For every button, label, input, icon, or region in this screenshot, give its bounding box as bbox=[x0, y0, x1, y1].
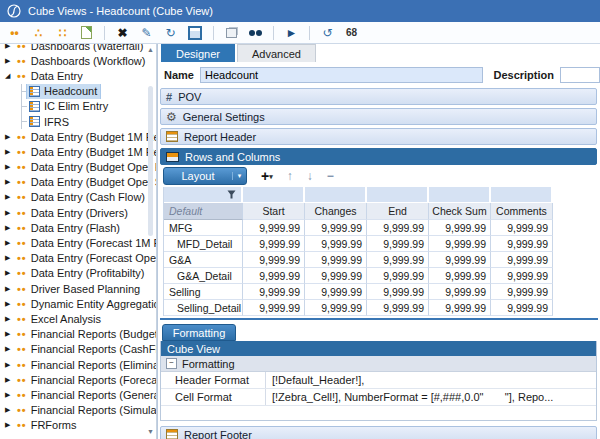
filter-cell[interactable] bbox=[164, 187, 243, 203]
property-row-cell-format[interactable]: Cell Format [!Zebra_Cell!], NumberFormat… bbox=[161, 389, 596, 406]
grid-cell[interactable]: 9,999.99 bbox=[243, 284, 305, 300]
tab-advanced[interactable]: Advanced bbox=[237, 44, 316, 62]
navigate-icon[interactable]: ► bbox=[285, 26, 298, 40]
sidebar-item-profitability[interactable]: Data Entry (Profitabilty) bbox=[0, 266, 156, 281]
table-row[interactable]: MFD_Detail 9,999.99 9,999.99 9,999.99 9,… bbox=[164, 236, 553, 252]
grid-cell[interactable]: 9,999.99 bbox=[243, 236, 305, 252]
description-input[interactable] bbox=[560, 67, 600, 83]
grid-cell[interactable]: 9,999.99 bbox=[305, 268, 367, 284]
move-down-button[interactable]: ↓ bbox=[307, 169, 313, 183]
sidebar-item-budget-oper-exp[interactable]: Data Entry (Budget Oper Exp bbox=[0, 160, 156, 175]
grid-cell[interactable]: 9,999.99 bbox=[243, 252, 305, 268]
expand-icon[interactable] bbox=[5, 330, 17, 338]
expand-icon[interactable] bbox=[5, 315, 17, 323]
expand-icon[interactable] bbox=[5, 133, 17, 141]
grid-cell[interactable]: 9,999.99 bbox=[491, 236, 553, 252]
expand-icon[interactable] bbox=[5, 224, 17, 232]
formatting-tab-button[interactable]: Formatting bbox=[162, 324, 236, 341]
tab-designer[interactable]: Designer bbox=[161, 44, 235, 62]
sidebar-item-data-entry[interactable]: Data Entry bbox=[0, 68, 156, 83]
hierarchy-icon[interactable]: ∴ bbox=[32, 26, 45, 40]
grid-cell[interactable]: 9,999.99 bbox=[491, 252, 553, 268]
sidebar-item-fin-reports-general[interactable]: Financial Reports (General) bbox=[0, 387, 156, 402]
sidebar-item-headcount[interactable]: Headcount bbox=[0, 84, 156, 99]
sync-icon[interactable]: ↺ bbox=[321, 26, 334, 40]
sidebar-item-dashboards-waterfall[interactable]: Dashboards (Waterfall) bbox=[0, 44, 156, 53]
grid-cell[interactable]: 9,999.99 bbox=[429, 284, 491, 300]
table-row[interactable]: Selling_Detail 9,999.99 9,999.99 9,999.9… bbox=[164, 300, 553, 316]
expand-icon[interactable] bbox=[5, 361, 17, 369]
add-dropdown-icon[interactable]: ▾ bbox=[269, 173, 273, 180]
expand-icon[interactable] bbox=[5, 254, 17, 262]
add-row-button[interactable]: +▾ bbox=[261, 168, 273, 184]
sidebar-item-fin-reports-forecast[interactable]: Financial Reports (Forecast) bbox=[0, 372, 156, 387]
grid-cell[interactable]: 9,999.99 bbox=[367, 252, 429, 268]
expand-icon[interactable] bbox=[5, 345, 17, 353]
save-icon[interactable] bbox=[188, 26, 202, 40]
grid-dots-icon[interactable]: ∷ bbox=[56, 26, 69, 40]
filter-cell[interactable] bbox=[491, 187, 553, 203]
row-label[interactable]: MFD_Detail bbox=[164, 236, 243, 252]
grid-cell[interactable]: 9,999.99 bbox=[491, 284, 553, 300]
column-header-start[interactable]: Start bbox=[243, 203, 305, 220]
sidebar-item-budget-1m-rev-2[interactable]: Data Entry (Budget 1M Rev C bbox=[0, 144, 156, 159]
expand-icon[interactable] bbox=[5, 285, 17, 293]
sidebar-item-forecast-oper-ex[interactable]: Data Entry (Forecast Oper Ex bbox=[0, 251, 156, 266]
row-label[interactable]: G&A bbox=[164, 252, 243, 268]
section-rows-and-columns[interactable]: Rows and Columns bbox=[160, 148, 597, 165]
property-value[interactable]: [!Default_Header!], bbox=[266, 372, 596, 388]
table-row[interactable]: G&A 9,999.99 9,999.99 9,999.99 9,999.99 … bbox=[164, 252, 553, 268]
expand-icon[interactable] bbox=[5, 178, 17, 186]
table-row[interactable]: Selling 9,999.99 9,999.99 9,999.99 9,999… bbox=[164, 284, 553, 300]
column-header-check-sum[interactable]: Check Sum bbox=[429, 203, 491, 220]
column-header-end[interactable]: End bbox=[367, 203, 429, 220]
section-report-footer[interactable]: Report Footer bbox=[160, 426, 597, 439]
sidebar-item-fin-reports-elimination[interactable]: Financial Reports (Eliminatio bbox=[0, 357, 156, 372]
grid-cell[interactable]: 9,999.99 bbox=[367, 236, 429, 252]
filter-icon[interactable] bbox=[227, 190, 236, 199]
new-item-icon[interactable] bbox=[80, 26, 93, 40]
grid-cell[interactable]: 9,999.99 bbox=[491, 268, 553, 284]
scroll-up-icon[interactable]: ▲ bbox=[147, 46, 154, 53]
expand-icon[interactable] bbox=[5, 239, 17, 247]
grid-cell[interactable]: 9,999.99 bbox=[243, 300, 305, 316]
sidebar-item-frforms[interactable]: FRForms bbox=[0, 418, 156, 433]
expand-icon[interactable] bbox=[5, 269, 17, 277]
sidebar-item-drivers[interactable]: Data Entry (Drivers) bbox=[0, 205, 156, 220]
grid-cell[interactable]: 9,999.99 bbox=[305, 284, 367, 300]
expand-icon[interactable] bbox=[5, 148, 17, 156]
grid-cell[interactable]: 9,999.99 bbox=[243, 220, 305, 236]
grid-cell[interactable]: 9,999.99 bbox=[305, 236, 367, 252]
sidebar-item-budget-1m-rev-1[interactable]: Data Entry (Budget 1M Rev C bbox=[0, 129, 156, 144]
column-header-changes[interactable]: Changes bbox=[305, 203, 367, 220]
filter-cell[interactable] bbox=[367, 187, 429, 203]
expand-icon[interactable] bbox=[5, 391, 17, 399]
sidebar-item-budget-oper-sal[interactable]: Data Entry (Budget Oper Sal bbox=[0, 175, 156, 190]
edit-icon[interactable]: ✎ bbox=[140, 26, 153, 40]
filter-cell[interactable] bbox=[429, 187, 491, 203]
sidebar-item-excel-analysis[interactable]: Excel Analysis bbox=[0, 311, 156, 326]
expand-icon[interactable] bbox=[5, 193, 17, 201]
sidebar-item-fin-reports-simulation[interactable]: Financial Reports (Simulatior bbox=[0, 403, 156, 418]
grid-cell[interactable]: 9,999.99 bbox=[367, 220, 429, 236]
layout-button[interactable]: Layout ▾ bbox=[163, 167, 247, 185]
grid-cell[interactable]: 9,999.99 bbox=[305, 252, 367, 268]
filter-cell[interactable] bbox=[243, 187, 305, 203]
formatting-group-row[interactable]: − Formatting bbox=[161, 356, 596, 372]
grid-cell[interactable]: 9,999.99 bbox=[429, 220, 491, 236]
table-row[interactable]: MFG 9,999.99 9,999.99 9,999.99 9,999.99 … bbox=[164, 220, 553, 236]
sidebar-item-flash[interactable]: Data Entry (Flash) bbox=[0, 220, 156, 235]
filter-cell[interactable] bbox=[305, 187, 367, 203]
expand-icon[interactable] bbox=[5, 163, 17, 171]
remove-row-button[interactable]: − bbox=[327, 169, 334, 183]
grid-cell[interactable]: 9,999.99 bbox=[491, 220, 553, 236]
grid-cell[interactable]: 9,999.99 bbox=[429, 300, 491, 316]
column-header-comments[interactable]: Comments bbox=[491, 203, 553, 220]
sidebar-item-cash-flow[interactable]: Data Entry (Cash Flow) bbox=[0, 190, 156, 205]
grid-cell[interactable]: 9,999.99 bbox=[429, 268, 491, 284]
row-label[interactable]: Selling bbox=[164, 284, 243, 300]
grid-cell[interactable]: 9,999.99 bbox=[367, 268, 429, 284]
grid-filter-row[interactable] bbox=[164, 187, 553, 203]
refresh-icon[interactable]: ↻ bbox=[164, 26, 177, 40]
grid-cell[interactable]: 9,999.99 bbox=[429, 236, 491, 252]
